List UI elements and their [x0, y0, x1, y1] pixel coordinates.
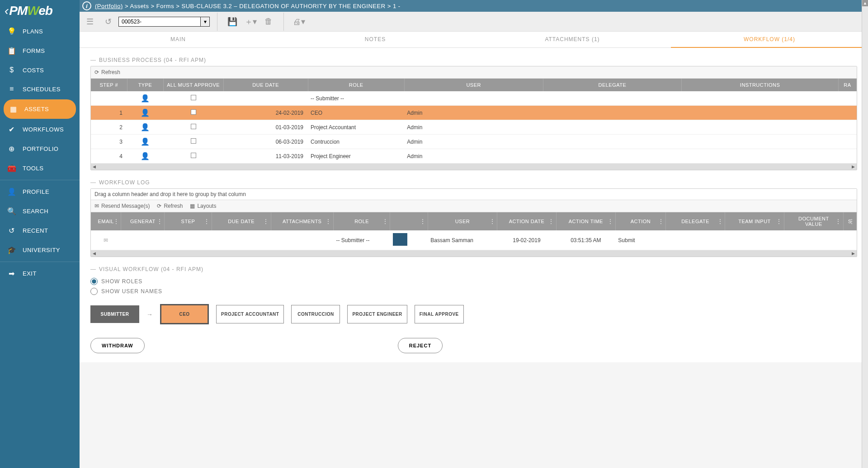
show-users-radio[interactable]: SHOW USER NAMES [90, 288, 857, 295]
column-header[interactable]: DELEGATE⋮ [666, 212, 725, 230]
column-header[interactable]: USER [404, 79, 543, 91]
checkbox[interactable] [191, 109, 196, 115]
sidebar-item-exit[interactable]: ➡EXIT [0, 264, 80, 283]
column-header[interactable]: EMAIL⋮ [91, 212, 121, 230]
show-roles-radio[interactable]: SHOW ROLES [90, 278, 857, 285]
add-icon[interactable]: ＋▾ [243, 14, 258, 29]
refresh-button[interactable]: ⟳ Refresh [94, 69, 120, 75]
column-header[interactable]: ACTION TIME⋮ [556, 212, 615, 230]
workflow-step-submitter[interactable]: SUBMITTER [90, 305, 139, 323]
table-row[interactable]: 1👤24-02-2019CEOAdmin [91, 106, 857, 120]
sidebar-item-portfolio[interactable]: ⊕PORTFOLIO [0, 139, 80, 159]
column-header[interactable]: ATTACHMENTS⋮ [271, 212, 333, 230]
column-header[interactable]: ALL MUST APPROVE [163, 79, 223, 91]
column-header[interactable]: RA [838, 79, 856, 91]
checkbox[interactable] [191, 153, 196, 158]
column-header[interactable]: ROLE⋮ [333, 212, 390, 230]
layouts-button[interactable]: ▦ Layouts [190, 203, 216, 209]
back-icon[interactable]: ‹ [5, 4, 8, 18]
column-header[interactable]: GENERAT⋮ [121, 212, 165, 230]
column-header[interactable]: TYPE [127, 79, 163, 91]
column-header[interactable]: STEP⋮ [165, 212, 212, 230]
refresh-button[interactable]: ⟳ Refresh [157, 203, 183, 209]
table-row[interactable]: 3👤06-03-2019ContruccionAdmin [91, 135, 857, 149]
breadcrumb-bar: i (Portfolio) > Assets > Forms > SUB-CLA… [80, 0, 868, 12]
sidebar-item-recent[interactable]: ↺RECENT [0, 221, 80, 240]
sidebar-item-search[interactable]: 🔍SEARCH [0, 201, 80, 221]
sidebar-item-label: SEARCH [23, 208, 48, 215]
column-header[interactable]: ROLE [308, 79, 404, 91]
table-row[interactable]: ✉ -- Submitter -- Bassam Samman 19-02-20… [91, 230, 857, 250]
tab-attachments-[interactable]: ATTACHMENTS (1) [474, 32, 671, 47]
sidebar-item-schedules[interactable]: ≡SCHEDULES [0, 80, 80, 98]
record-combo[interactable]: ▾ [118, 17, 210, 27]
logo: ‹PMWeb [0, 0, 80, 22]
costs-icon: $ [7, 66, 16, 74]
delete-icon[interactable]: 🗑 [261, 14, 276, 29]
assets-icon: ▦ [9, 105, 18, 113]
checkbox[interactable] [191, 138, 196, 144]
profile-icon: 👤 [7, 187, 16, 196]
column-header[interactable]: DELEGATE [543, 79, 682, 91]
column-header[interactable]: STEP # [91, 79, 127, 91]
sidebar-item-forms[interactable]: 📋FORMS [0, 41, 80, 61]
sidebar-item-tools[interactable]: 🧰TOOLS [0, 159, 80, 178]
withdraw-button[interactable]: WITHDRAW [90, 338, 145, 353]
h-scrollbar[interactable]: ◀▶ [91, 164, 857, 170]
column-header[interactable]: DUE DATE⋮ [212, 212, 271, 230]
resend-button[interactable]: ✉ Resend Message(s) [94, 203, 150, 209]
sidebar-item-plans[interactable]: 💡PLANS [0, 22, 80, 41]
portfolio-icon: ⊕ [7, 145, 16, 153]
column-header[interactable]: ACTION⋮ [615, 212, 665, 230]
tab-workflow-[interactable]: WORKFLOW (1/4) [671, 32, 868, 48]
workflow-step-project-engineer[interactable]: PROJECT ENGINEER [347, 305, 407, 323]
divider [0, 262, 80, 262]
column-header[interactable]: USER⋮ [428, 212, 497, 230]
print-icon[interactable]: 🖨▾ [291, 14, 307, 29]
sidebar-item-costs[interactable]: $COSTS [0, 61, 80, 80]
column-header[interactable]: INSTRUCTIONS [682, 79, 839, 91]
sidebar-item-assets[interactable]: ▦ASSETS [4, 99, 76, 119]
sidebar-item-university[interactable]: 🎓UNIVERSITY [0, 240, 80, 260]
column-header[interactable]: DUE DATE [223, 79, 308, 91]
sidebar-item-label: PORTFOLIO [23, 145, 58, 152]
university-icon: 🎓 [7, 246, 16, 254]
record-input[interactable] [119, 17, 200, 26]
sidebar-item-workflows[interactable]: ✔WORKFLOWS [0, 120, 80, 139]
workflow-step-ceo[interactable]: CEO [160, 304, 209, 324]
plans-icon: 💡 [7, 27, 16, 36]
workflow-step-contruccion[interactable]: CONTRUCCION [291, 305, 340, 323]
sidebar-item-profile[interactable]: 👤PROFILE [0, 182, 80, 201]
table-row[interactable]: 4👤11-03-2019Project EngineerAdmin [91, 149, 857, 164]
breadcrumb[interactable]: (Portfolio) > Assets > Forms > SUB-CLAUS… [95, 3, 401, 9]
column-header[interactable]: DOCUMENTVALUE⋮ [784, 212, 843, 230]
checkbox[interactable] [191, 95, 196, 100]
search-icon: 🔍 [7, 207, 16, 215]
history-icon[interactable]: ↺ [100, 14, 116, 29]
chevron-down-icon[interactable]: ▾ [200, 17, 209, 26]
tools-icon: 🧰 [7, 164, 16, 173]
recent-icon: ↺ [7, 226, 16, 235]
list-icon[interactable]: ☰ [82, 14, 98, 29]
v-scrollbar[interactable]: ▲ [862, 0, 868, 362]
workflow-step-project-accountant[interactable]: PROJECT ACCOUNTANT [216, 305, 284, 323]
table-row[interactable]: 👤-- Submitter -- [91, 91, 857, 106]
workflow-step-final-approve[interactable]: FINAL APPROVE [415, 305, 464, 323]
reject-button[interactable]: REJECT [398, 338, 443, 353]
tab-main[interactable]: MAIN [80, 32, 277, 47]
schedules-icon: ≡ [7, 85, 16, 93]
sidebar-item-label: COSTS [23, 67, 44, 74]
info-icon[interactable]: i [82, 1, 91, 10]
column-header[interactable]: S⋮ [843, 212, 856, 230]
column-header[interactable]: ACTION DATE⋮ [497, 212, 557, 230]
group-hint[interactable]: Drag a column header and drop it here to… [91, 189, 857, 200]
save-icon[interactable]: 💾 [225, 14, 240, 29]
table-row[interactable]: 2👤01-03-2019Project AccountantAdmin [91, 120, 857, 135]
checkbox[interactable] [191, 124, 196, 129]
h-scrollbar[interactable]: ◀▶ [91, 250, 857, 257]
bp-table: STEP #TYPEALL MUST APPROVEDUE DATEROLEUS… [91, 79, 857, 164]
column-header[interactable]: TEAM INPUT⋮ [725, 212, 784, 230]
tab-notes[interactable]: NOTES [277, 32, 474, 47]
sidebar-item-label: EXIT [23, 270, 37, 277]
column-header[interactable]: ⋮ [390, 212, 428, 230]
